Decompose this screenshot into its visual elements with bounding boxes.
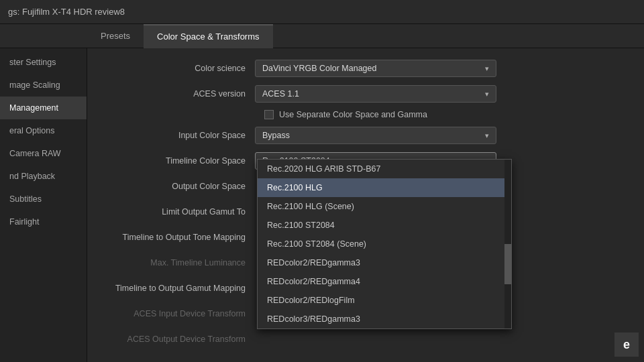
sidebar-item-master-settings[interactable]: ster Settings xyxy=(0,51,87,74)
dropdown-item-4[interactable]: Rec.2100 ST2084 (Scene) xyxy=(258,235,511,253)
input-color-space-label: Input Color Space xyxy=(107,131,255,140)
dropdown-scrollbar[interactable] xyxy=(504,160,511,328)
separate-color-space-checkbox[interactable] xyxy=(264,110,274,119)
aces-version-row: ACES version ACES 1.1 ▾ xyxy=(107,84,624,103)
sidebar-item-camera-raw[interactable]: Camera RAW xyxy=(0,142,87,165)
aces-version-label: ACES version xyxy=(107,89,255,99)
timeline-output-gamut-mapping-label: Timeline to Output Gamut Mapping xyxy=(107,284,255,293)
dropdown-scrollbar-thumb xyxy=(504,244,511,284)
dropdown-item-6[interactable]: REDcolor2/REDgamma4 xyxy=(258,272,511,291)
main-layout: ster Settings mage Scaling Management er… xyxy=(0,48,644,362)
dropdown-item-1[interactable]: Rec.2100 HLG xyxy=(258,178,511,197)
tab-presets[interactable]: Presets xyxy=(87,24,144,48)
input-color-space-value: Bypass xyxy=(262,131,290,140)
dropdown-item-2[interactable]: Rec.2100 HLG (Scene) xyxy=(258,197,511,216)
color-science-value: DaVinci YRGB Color Managed xyxy=(262,64,376,73)
dropdown-item-8[interactable]: REDcolor3/REDgamma3 xyxy=(258,310,511,328)
aces-output-device-transform-label: ACES Output Device Transform xyxy=(107,335,255,344)
input-color-space-row: Input Color Space Bypass ▾ xyxy=(107,126,624,145)
content-area: Color science DaVinci YRGB Color Managed… xyxy=(87,48,644,362)
title-bar: gs: Fujifilm X-T4 HDR review8 xyxy=(0,0,644,24)
aces-version-value: ACES 1.1 xyxy=(262,89,299,99)
tab-bar: Presets Color Space & Transforms xyxy=(0,24,644,48)
sidebar-item-management[interactable]: Management xyxy=(0,97,87,119)
aces-input-device-transform-label: ACES Input Device Transform xyxy=(107,309,255,318)
limit-output-gamut-label: Limit Output Gamut To xyxy=(107,207,255,217)
separate-color-space-row: Use Separate Color Space and Gamma xyxy=(107,110,624,119)
sidebar-item-subtitles[interactable]: Subtitles xyxy=(0,188,87,210)
aces-output-device-transform-row: ACES Output Device Transform xyxy=(107,330,624,349)
sidebar: ster Settings mage Scaling Management er… xyxy=(0,48,87,362)
logo: e xyxy=(614,333,639,357)
max-timeline-luminance-label: Max. Timeline Luminance xyxy=(107,258,255,267)
dropdown-item-7[interactable]: REDcolor2/REDlogFilm xyxy=(258,291,511,310)
timeline-color-space-label: Timeline Color Space xyxy=(107,156,255,166)
aces-version-arrow-icon: ▾ xyxy=(485,90,489,99)
output-color-space-open-dropdown: Rec.2020 HLG ARIB STD-B67 Rec.2100 HLG R… xyxy=(257,159,512,329)
sidebar-item-image-scaling[interactable]: mage Scaling xyxy=(0,74,87,97)
output-color-space-label: Output Color Space xyxy=(107,182,255,191)
dropdown-item-3[interactable]: Rec.2100 ST2084 xyxy=(258,216,511,235)
input-color-space-dropdown[interactable]: Bypass ▾ xyxy=(255,127,496,144)
sidebar-item-playback[interactable]: nd Playback xyxy=(0,165,87,188)
color-science-label: Color science xyxy=(107,64,255,73)
sidebar-item-general-options[interactable]: eral Options xyxy=(0,119,87,142)
sidebar-item-fairlight[interactable]: Fairlight xyxy=(0,210,87,233)
dropdown-item-5[interactable]: REDcolor2/REDgamma3 xyxy=(258,253,511,272)
color-science-dropdown[interactable]: DaVinci YRGB Color Managed ▾ xyxy=(255,60,496,77)
color-science-row: Color science DaVinci YRGB Color Managed… xyxy=(107,59,624,78)
timeline-output-tone-mapping-label: Timeline to Output Tone Mapping xyxy=(107,233,255,242)
color-science-arrow-icon: ▾ xyxy=(485,64,489,73)
aces-version-dropdown[interactable]: ACES 1.1 ▾ xyxy=(255,85,496,103)
separate-color-space-label: Use Separate Color Space and Gamma xyxy=(279,110,427,119)
input-color-space-arrow-icon: ▾ xyxy=(485,131,489,140)
tab-color-space-transforms[interactable]: Color Space & Transforms xyxy=(144,24,272,48)
dropdown-item-0[interactable]: Rec.2020 HLG ARIB STD-B67 xyxy=(258,160,511,178)
title-text: gs: Fujifilm X-T4 HDR review8 xyxy=(8,7,125,17)
